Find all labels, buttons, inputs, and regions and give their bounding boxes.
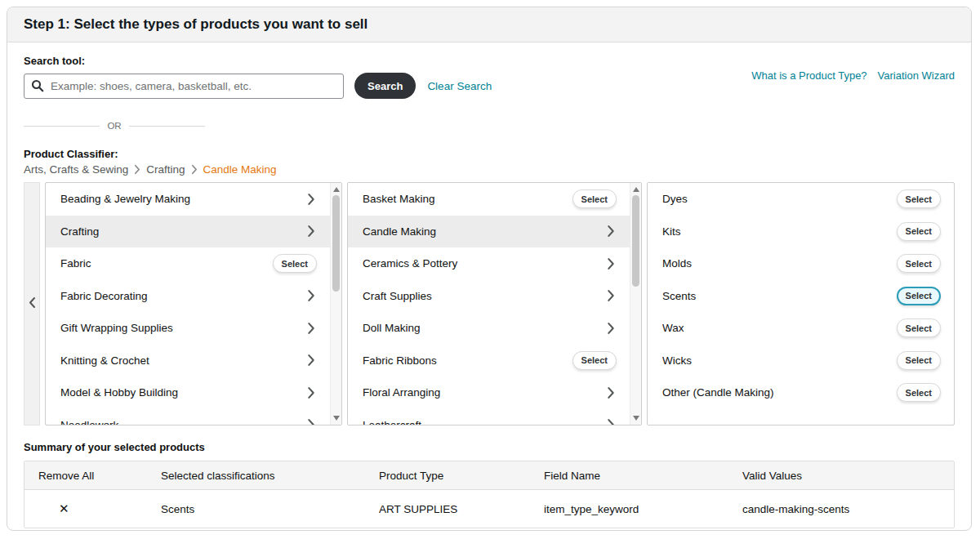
classifier-row-label: Scents — [662, 290, 897, 302]
classifier-row[interactable]: Doll Making — [348, 312, 630, 345]
scrollbar[interactable] — [330, 183, 341, 425]
select-button[interactable]: Select — [897, 254, 941, 273]
remove-cell: ✕ — [24, 502, 147, 515]
classifier-row[interactable]: Beading & Jewelry Making — [46, 183, 330, 216]
classifier-row-label: Kits — [662, 225, 897, 238]
page-title: Step 1: Select the types of products you… — [24, 16, 368, 33]
classifier-row[interactable]: Leathercraft — [348, 409, 630, 425]
chevron-right-icon — [307, 225, 315, 238]
product-type-cell: ART SUPPLIES — [365, 503, 530, 515]
classifier-row-label: Floral Arranging — [363, 386, 607, 399]
classifier-row[interactable]: Craft Supplies — [348, 280, 630, 313]
classifier-row[interactable]: Other (Candle Making)Select — [648, 376, 954, 409]
scrollbar-thumb[interactable] — [332, 195, 340, 292]
classifier-row[interactable]: Crafting — [46, 216, 330, 248]
summary-column-header: Selected classifications — [147, 470, 365, 482]
search-button[interactable]: Search — [354, 73, 416, 99]
classifier-row-label: Fabric Decorating — [60, 290, 307, 302]
classifier-row-label: Needlework — [60, 419, 307, 425]
classifier-row-label: Model & Hobby Building — [60, 386, 307, 399]
classifier-row-label: Fabric Ribbons — [363, 354, 572, 367]
search-tool-label: Search tool: — [24, 55, 955, 67]
product-classifier-label: Product Classifier: — [24, 148, 955, 160]
classifier-row-label: Ceramics & Pottery — [363, 257, 607, 270]
select-button[interactable]: Select — [572, 189, 617, 208]
classifier-column-1: Beading & Jewelry MakingCraftingFabricSe… — [45, 182, 342, 425]
classifier-row-label: Crafting — [60, 225, 307, 238]
classifier-row[interactable]: FabricSelect — [46, 247, 330, 280]
classifier-row[interactable]: Fabric Decorating — [46, 280, 330, 313]
classifier-row-label: Knitting & Crochet — [60, 354, 307, 367]
breadcrumb-item-1[interactable]: Arts, Crafts & Sewing — [24, 163, 128, 176]
chevron-right-icon — [307, 322, 315, 335]
scroll-down-icon[interactable] — [333, 416, 340, 421]
chevron-right-icon — [607, 418, 615, 425]
select-button[interactable]: Select — [897, 351, 941, 370]
summary-column-header: Field Name — [530, 470, 728, 482]
classifier-row[interactable]: MoldsSelect — [648, 247, 954, 280]
valid-values-cell: candle-making-scents — [728, 503, 954, 515]
search-input[interactable] — [24, 74, 344, 99]
classifier-row[interactable]: WaxSelect — [648, 312, 954, 345]
select-button[interactable]: Select — [572, 351, 617, 370]
select-button[interactable]: Select — [897, 222, 941, 241]
classifier-row[interactable]: Floral Arranging — [348, 376, 630, 409]
classifier-row-label: Fabric — [60, 257, 273, 270]
classifier-row[interactable]: ScentsSelect — [648, 280, 954, 313]
or-label: OR — [107, 121, 121, 131]
classifier-row[interactable]: Knitting & Crochet — [46, 345, 330, 377]
classifier-row[interactable]: Candle Making — [348, 216, 630, 248]
search-icon — [31, 79, 44, 96]
help-links: What is a Product Type? Variation Wizard — [751, 69, 955, 82]
classifier-row[interactable]: Gift Wrapping Supplies — [46, 312, 330, 345]
chevron-separator-icon — [134, 164, 140, 175]
classifier-panel: Beading & Jewelry MakingCraftingFabricSe… — [24, 182, 955, 425]
classifier-row[interactable]: KitsSelect — [648, 216, 954, 248]
divider-line — [129, 126, 205, 127]
select-button[interactable]: Select — [897, 383, 941, 402]
scroll-down-icon[interactable] — [633, 416, 639, 421]
chevron-left-icon — [29, 296, 36, 312]
scrollbar-thumb[interactable] — [632, 195, 639, 287]
scroll-up-icon[interactable] — [633, 187, 639, 192]
chevron-right-icon — [607, 225, 615, 238]
classifier-row[interactable]: WicksSelect — [648, 345, 954, 377]
chevron-right-icon — [307, 418, 315, 425]
classifier-row-label: Basket Making — [363, 193, 572, 205]
classifier-row-label: Dyes — [662, 193, 897, 205]
classifier-row-label: Other (Candle Making) — [662, 386, 897, 399]
chevron-right-icon — [307, 289, 315, 302]
clear-search-link[interactable]: Clear Search — [427, 80, 492, 92]
what-is-product-type-link[interactable]: What is a Product Type? — [751, 69, 866, 82]
classifier-row[interactable]: Basket MakingSelect — [348, 183, 630, 216]
variation-wizard-link[interactable]: Variation Wizard — [878, 69, 955, 82]
summary-table-header: Remove AllSelected classificationsProduc… — [24, 461, 954, 490]
chevron-right-icon — [607, 257, 615, 270]
scrollbar[interactable] — [630, 183, 641, 425]
classifier-row-label: Gift Wrapping Supplies — [60, 322, 307, 334]
summary-column-header: Product Type — [365, 470, 530, 482]
scroll-left-button[interactable] — [24, 182, 40, 425]
classifier-row[interactable]: Ceramics & Pottery — [348, 247, 630, 280]
remove-all-link[interactable]: Remove All — [24, 470, 147, 482]
select-button[interactable]: Select — [897, 319, 941, 337]
classifier-row[interactable]: Model & Hobby Building — [46, 376, 330, 409]
select-button[interactable]: Select — [897, 287, 941, 305]
product-type-selection-card: Step 1: Select the types of products you… — [7, 7, 972, 531]
search-box — [24, 74, 344, 99]
classifier-list: DyesSelectKitsSelectMoldsSelectScentsSel… — [648, 183, 954, 425]
breadcrumb-item-3[interactable]: Candle Making — [203, 163, 277, 176]
select-button[interactable]: Select — [897, 189, 941, 208]
classifier-row-label: Doll Making — [363, 322, 607, 334]
classifier-row[interactable]: Needlework — [46, 409, 330, 425]
breadcrumb-item-2[interactable]: Crafting — [146, 163, 185, 176]
classifier-row[interactable]: Fabric RibbonsSelect — [348, 345, 630, 377]
scroll-up-icon[interactable] — [333, 187, 340, 192]
classifier-row[interactable]: DyesSelect — [648, 183, 954, 216]
chevron-separator-icon — [191, 164, 198, 175]
classification-cell: Scents — [147, 503, 365, 515]
classifier-column-2: Basket MakingSelectCandle MakingCeramics… — [347, 182, 642, 425]
remove-item-button[interactable]: ✕ — [24, 502, 69, 515]
select-button[interactable]: Select — [273, 254, 317, 273]
breadcrumb: Arts, Crafts & SewingCraftingCandle Maki… — [24, 163, 955, 176]
